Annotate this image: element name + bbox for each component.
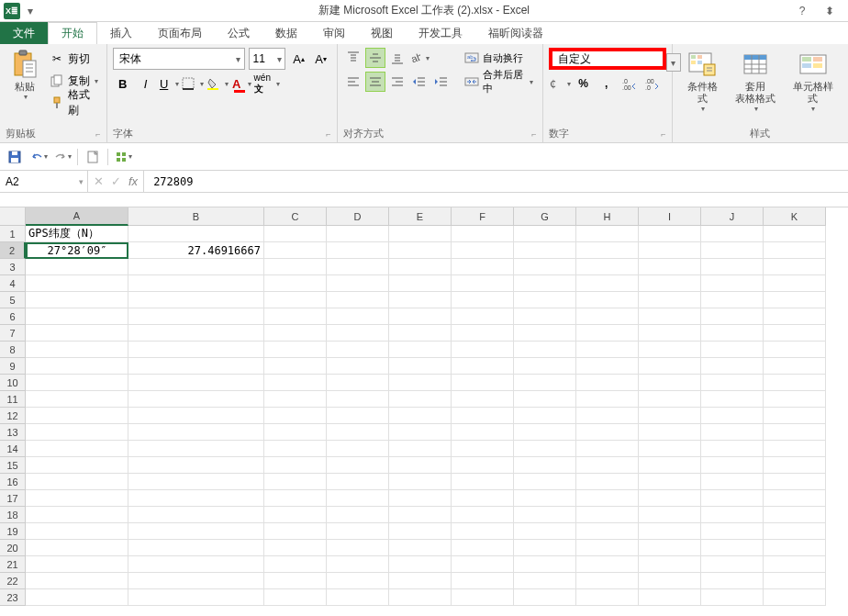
tab-pagelayout[interactable]: 页面布局 <box>145 22 215 44</box>
accounting-format-button[interactable]: ₵ <box>549 73 571 94</box>
cell[interactable] <box>701 358 764 375</box>
row-header[interactable]: 6 <box>0 308 26 325</box>
cell[interactable] <box>576 308 639 325</box>
cell[interactable] <box>576 490 639 507</box>
cell[interactable] <box>514 275 576 292</box>
alignment-launcher-icon[interactable]: ⌐ <box>531 129 536 139</box>
wrap-text-button[interactable]: ab 自动换行 <box>461 48 537 68</box>
cell[interactable] <box>389 424 452 441</box>
row-header[interactable]: 15 <box>0 457 26 474</box>
save-button[interactable] <box>6 148 24 166</box>
cell[interactable] <box>764 457 826 474</box>
cell[interactable] <box>514 589 576 606</box>
cell[interactable] <box>128 342 264 358</box>
increase-indent-button[interactable] <box>431 72 452 92</box>
cell[interactable] <box>452 523 514 540</box>
tab-developer[interactable]: 开发工具 <box>406 22 475 44</box>
cell[interactable] <box>764 325 826 342</box>
cell[interactable] <box>327 308 389 325</box>
bold-button[interactable]: B <box>113 73 133 94</box>
cell[interactable] <box>576 556 639 573</box>
cell[interactable] <box>639 292 701 308</box>
cell[interactable] <box>452 441 514 457</box>
row-header[interactable]: 3 <box>0 259 26 275</box>
cell[interactable] <box>389 375 452 391</box>
row-header[interactable]: 8 <box>0 342 26 358</box>
cell[interactable] <box>128 325 264 342</box>
cell[interactable] <box>701 457 764 474</box>
cell[interactable] <box>764 292 826 308</box>
cell[interactable] <box>452 457 514 474</box>
cell[interactable] <box>452 474 514 490</box>
column-header[interactable]: A <box>26 207 128 226</box>
cell[interactable] <box>264 556 327 573</box>
cell[interactable] <box>576 292 639 308</box>
cell[interactable] <box>26 259 128 275</box>
cell[interactable] <box>576 275 639 292</box>
cell[interactable] <box>452 226 514 242</box>
phonetic-button[interactable]: wén文 <box>254 73 280 94</box>
fx-icon[interactable]: fx <box>128 174 138 188</box>
tab-foxit[interactable]: 福昕阅读器 <box>475 22 556 44</box>
cell[interactable] <box>26 358 128 375</box>
cell[interactable] <box>576 358 639 375</box>
cell[interactable] <box>128 573 264 589</box>
cell[interactable] <box>389 556 452 573</box>
cell[interactable] <box>514 424 576 441</box>
tab-view[interactable]: 视图 <box>358 22 406 44</box>
cell[interactable] <box>764 556 826 573</box>
cell[interactable] <box>701 424 764 441</box>
decrease-indent-button[interactable] <box>409 72 430 92</box>
cell[interactable] <box>264 242 327 259</box>
cell[interactable] <box>327 457 389 474</box>
cell[interactable] <box>26 523 128 540</box>
cell[interactable] <box>639 242 701 259</box>
row-header[interactable]: 18 <box>0 507 26 523</box>
font-launcher-icon[interactable]: ⌐ <box>326 129 330 139</box>
cell[interactable] <box>327 573 389 589</box>
cell[interactable] <box>701 391 764 408</box>
cell[interactable] <box>764 226 826 242</box>
cell[interactable] <box>514 457 576 474</box>
font-name-select[interactable]: 宋体 <box>113 48 245 70</box>
cell[interactable] <box>764 375 826 391</box>
row-header[interactable]: 14 <box>0 441 26 457</box>
cell[interactable] <box>514 226 576 242</box>
cell[interactable] <box>639 474 701 490</box>
cell[interactable] <box>514 408 576 424</box>
cell[interactable] <box>514 556 576 573</box>
cell[interactable] <box>26 342 128 358</box>
decrease-decimal-button[interactable]: .00.0 <box>642 73 663 94</box>
cell[interactable] <box>701 259 764 275</box>
cell[interactable] <box>639 275 701 292</box>
cell[interactable] <box>764 507 826 523</box>
cell[interactable] <box>701 375 764 391</box>
cell[interactable] <box>389 391 452 408</box>
row-header[interactable]: 9 <box>0 358 26 375</box>
cell[interactable] <box>26 540 128 556</box>
cell[interactable] <box>26 424 128 441</box>
row-header[interactable]: 12 <box>0 408 26 424</box>
cell[interactable] <box>576 457 639 474</box>
cell[interactable] <box>639 325 701 342</box>
cell[interactable] <box>764 523 826 540</box>
cell[interactable] <box>264 540 327 556</box>
cell[interactable] <box>764 589 826 606</box>
cell[interactable] <box>452 259 514 275</box>
cell[interactable] <box>389 308 452 325</box>
cell[interactable] <box>514 474 576 490</box>
tab-data[interactable]: 数据 <box>262 22 310 44</box>
column-header[interactable]: G <box>514 207 576 226</box>
cell[interactable] <box>639 523 701 540</box>
tab-file[interactable]: 文件 <box>0 22 48 44</box>
cell[interactable] <box>764 474 826 490</box>
cell[interactable] <box>26 441 128 457</box>
help-icon[interactable]: ? <box>793 2 811 20</box>
borders-button[interactable] <box>182 73 204 94</box>
cell[interactable] <box>128 358 264 375</box>
cell[interactable] <box>576 507 639 523</box>
cell[interactable] <box>128 275 264 292</box>
row-header[interactable]: 7 <box>0 325 26 342</box>
cancel-formula-icon[interactable]: ✕ <box>94 174 104 188</box>
cell[interactable] <box>264 259 327 275</box>
